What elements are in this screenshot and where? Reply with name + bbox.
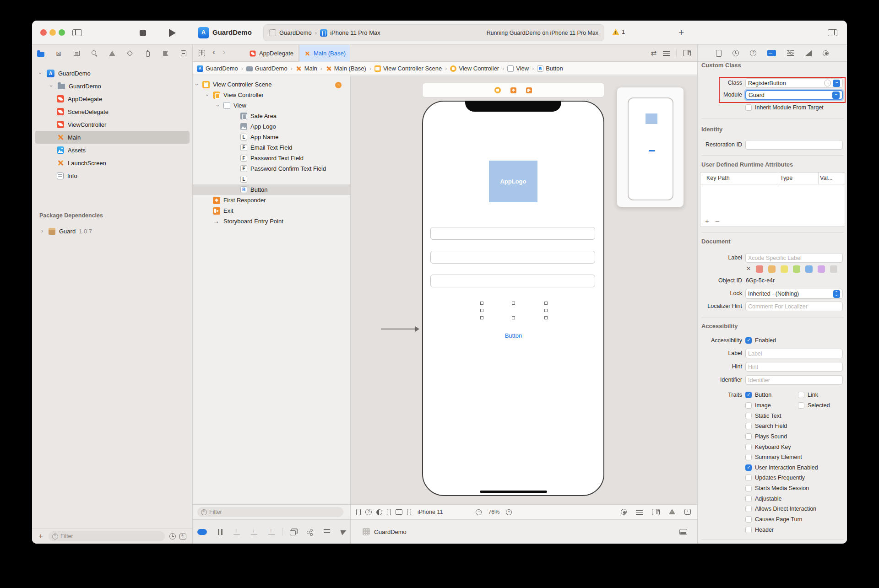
tray-down-icon[interactable] [251,529,257,535]
color-swatch-blue[interactable] [805,265,813,273]
zoom-out-icon[interactable] [476,509,482,515]
lock-dropdown[interactable]: Inherited - (Nothing) [745,289,843,299]
pause-icon[interactable] [218,529,222,535]
zoom-window-button[interactable] [59,29,65,36]
accessibility-preview-icon[interactable] [365,509,372,515]
device-name[interactable]: iPhone 11 [418,509,443,515]
trait-checkbox[interactable] [745,444,752,450]
breadcrumb-item[interactable]: View Controller › [450,65,507,72]
outline-row[interactable]: App Name [192,132,350,142]
selection-handle[interactable] [544,302,548,305]
outline-row[interactable]: Password Confirm Text Field [192,163,350,174]
trait-checkbox[interactable] [745,433,752,440]
versions-icon[interactable] [290,530,296,535]
selection-handle[interactable] [480,309,483,312]
outline-row[interactable]: First Responder [192,195,350,205]
inherit-module-checkbox[interactable] [745,104,752,111]
run-button[interactable] [169,29,176,37]
scheme-project[interactable]: GuardDemo [279,29,312,36]
stop-button[interactable] [140,30,146,36]
identity-inspector-icon[interactable] [767,50,776,56]
password-text-field[interactable] [430,251,595,264]
toggle-inspector-icon[interactable] [828,29,837,36]
add-editor-icon[interactable] [683,50,691,56]
project-tree-row[interactable]: GuardDemo [32,67,192,80]
color-swatch-purple[interactable] [818,265,825,273]
app-logo-view[interactable]: AppLogo [489,161,537,202]
package-row[interactable]: Guard 1.0.7 [32,225,192,237]
selection-handle[interactable] [480,316,483,319]
connections-icon[interactable] [307,529,313,535]
breakpoint-navigator-icon[interactable] [157,47,174,60]
canvas-minimap[interactable] [617,87,684,207]
outline-row[interactable]: Storyboard Entry Point [192,216,350,227]
adjust-editor-icon[interactable] [663,51,670,56]
outline-row[interactable]: View Controller [192,90,350,100]
tray-up-icon[interactable] [233,529,240,535]
selection-handle[interactable] [544,316,548,319]
disclosure-chevron-icon[interactable] [217,102,223,109]
resolve-issues-icon[interactable] [669,509,675,514]
trait-checkbox[interactable] [745,392,752,398]
minimize-window-button[interactable] [49,29,56,36]
breadcrumb-item[interactable]: Main (Base) › [326,65,374,72]
find-navigator-icon[interactable] [86,47,103,60]
align-icon[interactable] [636,510,643,515]
back-button[interactable]: ‹ [212,48,215,56]
outline-row[interactable]: App Logo [192,121,350,132]
forward-button[interactable]: › [222,48,225,56]
disclosure-chevron-icon[interactable] [206,92,213,98]
add-constraints-icon[interactable] [652,509,660,515]
first-responder-dock-icon[interactable] [510,87,516,93]
restoration-id-input[interactable] [748,142,840,148]
module-dropdown-icon[interactable] [832,92,840,99]
acc-identifier-field[interactable] [745,375,843,385]
outline-row[interactable]: View [192,100,350,111]
storyboard-canvas[interactable]: AppLogo Button [350,76,697,504]
outline-row[interactable]: Safe Area [192,111,350,121]
simulator-device-icon[interactable] [679,529,687,535]
navigator-filter-input[interactable]: Filter [49,531,165,541]
trait-checkbox[interactable] [745,423,752,429]
goto-class-icon[interactable] [824,80,831,86]
breadcrumb-item[interactable]: View › [507,65,537,72]
project-tree-row[interactable]: Assets [32,144,192,156]
selection-handle[interactable] [544,309,548,312]
scheme-selector[interactable]: GuardDemo › iPhone 11 Pro Max Running Gu… [263,24,604,41]
tray-up2-icon[interactable] [268,529,275,535]
goto-scene-icon[interactable] [335,82,342,88]
close-window-button[interactable] [40,29,47,36]
selection-handle[interactable] [512,302,515,305]
acc-label-input[interactable] [748,351,840,357]
hide-outline-icon[interactable] [356,509,361,515]
trait-checkbox[interactable] [745,475,752,481]
module-field[interactable] [745,90,843,100]
issue-navigator-icon[interactable] [103,47,121,60]
selection-handle[interactable] [480,302,483,305]
tab-appdelegate[interactable]: AppDelegate [244,45,299,62]
project-tree-row[interactable]: LaunchScreen [32,156,192,169]
trait-checkbox[interactable] [745,485,752,491]
device-bezels-toggle[interactable] [197,529,207,535]
appearance-icon[interactable] [376,509,382,515]
class-field[interactable] [745,78,843,88]
scheme-device[interactable]: iPhone 11 Pro Max [330,29,380,36]
zoom-in-icon[interactable] [506,509,512,515]
breadcrumb-item[interactable]: View Controller Scene › [374,65,450,72]
selection-handle[interactable] [512,316,515,319]
color-swatch-red[interactable] [756,265,763,273]
zoom-level[interactable]: 76% [488,509,499,515]
outline-divider[interactable] [350,76,351,544]
symbol-navigator-icon[interactable] [68,47,86,60]
add-file-button[interactable]: + [38,532,43,541]
project-tree-row[interactable]: AppDelegate [32,92,192,105]
disclosure-chevron-icon[interactable] [50,83,58,89]
tab-main-base[interactable]: Main (Base) [299,45,350,62]
acc-hint-field[interactable] [745,362,843,372]
color-swatch-green[interactable] [793,265,800,273]
lock-stepper-icon[interactable] [833,290,840,298]
project-tree-row[interactable]: Main [35,131,190,144]
module-input[interactable] [749,92,832,98]
breadcrumb-item[interactable]: Main › [296,65,326,72]
outline-row[interactable]: Exit [192,205,350,216]
